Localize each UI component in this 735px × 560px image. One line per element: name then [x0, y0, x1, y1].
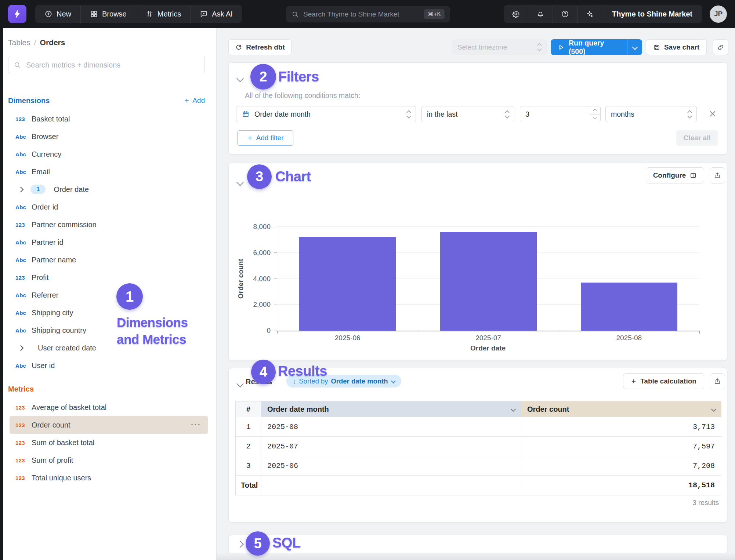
dimension-order-date[interactable]: 1Order date [8, 181, 206, 198]
metrics-title: Metrics [8, 385, 34, 393]
bar-2025-07[interactable] [440, 232, 537, 331]
nav-item-browse[interactable]: Browse [80, 5, 136, 23]
export-chart-button[interactable] [710, 167, 725, 183]
primary-nav: NewBrowseMetricsAsk AI [35, 5, 242, 23]
field-label: Partner id [32, 238, 64, 247]
global-search[interactable]: Search Thyme to Shine Market ⌘+K [286, 6, 450, 22]
field-label: Profit [32, 273, 49, 282]
breadcrumb-tables-link[interactable]: Tables [8, 38, 30, 47]
column-header-order-date-month[interactable]: Order date month [261, 401, 521, 417]
refresh-dbt-button[interactable]: Refresh dbt [228, 39, 292, 55]
table-cell[interactable]: 3,713 [521, 417, 721, 437]
metric-order-count[interactable]: 123Order count··· [10, 416, 208, 434]
settings-button[interactable] [504, 5, 528, 23]
table-cell[interactable]: 7,208 [521, 456, 721, 476]
save-chart-button[interactable]: Save chart [646, 39, 707, 55]
field-label: Referrer [32, 291, 58, 299]
nav-item-metrics[interactable]: Metrics [136, 5, 190, 23]
dimension-partner-name[interactable]: AbcPartner name [8, 251, 206, 269]
metric-sum-of-profit[interactable]: 123Sum of profit [8, 451, 206, 469]
breadcrumb: Tables / Orders [8, 37, 216, 48]
add-dimension-button[interactable]: Add [184, 97, 205, 105]
dimension-user-id[interactable]: AbcUser id [8, 357, 206, 374]
dimension-user-created-date[interactable]: User created date [8, 339, 206, 357]
table-cell[interactable]: 7,597 [521, 437, 721, 456]
column-header-label: Order date month [267, 405, 329, 414]
table-calculation-label: Table calculation [640, 377, 696, 385]
export-results-button[interactable] [710, 373, 725, 389]
stepper-down-button[interactable] [589, 114, 600, 122]
metric-average-of-basket-total[interactable]: 123Average of basket total [8, 399, 206, 416]
y-tick-mark [274, 252, 277, 253]
dimension-profit[interactable]: 123Profit [8, 269, 206, 286]
metric-total-unique-users[interactable]: 123Total unique users [8, 469, 206, 487]
dimension-shipping-country[interactable]: AbcShipping country [8, 321, 206, 339]
avatar[interactable]: JP [710, 6, 727, 23]
bar-2025-08[interactable] [581, 283, 677, 331]
column-header-order-count[interactable]: Order count [521, 401, 721, 417]
timezone-select[interactable]: Select timezone [452, 39, 547, 55]
collapse-filters-icon[interactable] [236, 75, 244, 82]
collapse-results-icon[interactable] [236, 380, 244, 388]
table-cell[interactable]: 3 [236, 456, 261, 476]
stepper-up-button[interactable] [589, 106, 600, 114]
dimensions-title: Dimensions [8, 97, 50, 105]
dimension-email[interactable]: AbcEmail [8, 163, 206, 181]
dimension-currency[interactable]: AbcCurrency [8, 145, 206, 163]
remove-filter-button[interactable] [708, 109, 717, 119]
nav-item-ask-ai[interactable]: Ask AI [190, 5, 242, 23]
chevron-down-icon [391, 379, 396, 383]
project-switcher[interactable]: Thyme to Shine Market [602, 5, 702, 23]
filter-unit-select[interactable]: months [605, 106, 697, 122]
field-more-menu[interactable]: ··· [191, 420, 201, 430]
sorted-by-pill[interactable]: ↓ Sorted by Order date month [286, 375, 401, 388]
chevron-right-icon[interactable] [17, 188, 25, 192]
metric-sum-of-basket-total[interactable]: 123Sum of basket total [8, 434, 206, 451]
table-cell[interactable]: 2025-06 [261, 456, 521, 476]
sorted-field-name: Order date month [331, 377, 388, 385]
help-button[interactable] [553, 5, 577, 23]
configure-button[interactable]: Configure [646, 167, 704, 183]
y-tick-label: 6,000 [240, 249, 271, 257]
chevron-down-icon[interactable] [711, 407, 716, 412]
sparkles-button[interactable] [577, 5, 602, 23]
share-link-button[interactable] [713, 39, 728, 55]
expand-sql-icon[interactable] [236, 541, 244, 548]
field-label: Order date [54, 185, 89, 194]
clear-all-button[interactable]: Clear all [676, 130, 718, 146]
table-cell[interactable]: 2 [236, 437, 261, 456]
bar-2025-06[interactable] [299, 237, 396, 331]
run-query-button[interactable]: Run query (500) [551, 39, 642, 55]
nav-item-new[interactable]: New [35, 5, 80, 23]
fields-search-input[interactable] [25, 61, 199, 70]
chevron-right-icon[interactable] [17, 346, 25, 350]
filter-operator-select[interactable]: in the last [421, 106, 514, 122]
dimension-partner-id[interactable]: AbcPartner id [8, 233, 206, 251]
text-type-icon: Abc [15, 363, 32, 369]
dimension-order-id[interactable]: AbcOrder id [8, 198, 206, 216]
chevron-updown-icon [506, 111, 509, 118]
table-cell[interactable]: 2025-07 [261, 437, 521, 456]
column-header--[interactable]: # [236, 401, 261, 417]
table-cell[interactable]: 2025-08 [261, 417, 521, 437]
filter-value-input[interactable] [520, 106, 582, 122]
numeric-type-icon: 123 [15, 274, 32, 281]
table-cell[interactable]: 1 [236, 417, 261, 437]
dimension-partner-commission[interactable]: 123Partner commission [8, 216, 206, 233]
dimensions-list: 123Basket totalAbcBrowserAbcCurrencyAbcE… [8, 110, 216, 374]
table-calculation-button[interactable]: Table calculation [623, 373, 704, 389]
numeric-type-icon: 123 [15, 475, 32, 481]
run-query-dropdown[interactable] [627, 39, 642, 55]
field-label: Currency [32, 150, 61, 159]
chevron-down-icon[interactable] [511, 407, 516, 412]
app-logo[interactable] [8, 5, 26, 23]
dimension-browser[interactable]: AbcBrowser [8, 128, 206, 145]
filter-field-select[interactable]: Order date month [236, 106, 416, 122]
dimension-shipping-city[interactable]: AbcShipping city [8, 304, 206, 321]
collapse-chart-icon[interactable] [236, 179, 244, 186]
notifications-button[interactable] [528, 5, 553, 23]
add-filter-button[interactable]: Add filter [237, 130, 293, 146]
search-icon [14, 61, 21, 69]
dimension-basket-total[interactable]: 123Basket total [8, 110, 206, 128]
dimension-referrer[interactable]: AbcReferrer [8, 286, 206, 304]
